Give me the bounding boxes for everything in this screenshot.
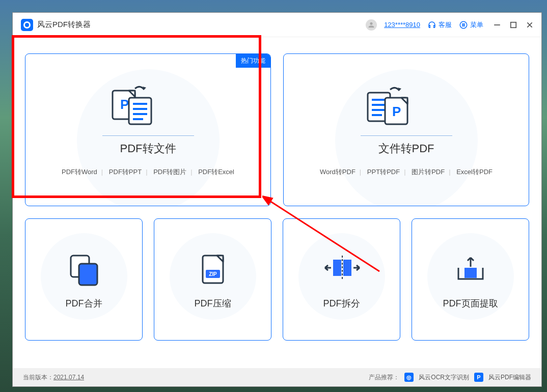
- svg-text:P: P: [120, 97, 129, 112]
- svg-rect-1: [511, 22, 516, 27]
- svg-rect-22: [343, 260, 351, 276]
- ocr-link[interactable]: 风云OCR文字识别: [419, 373, 469, 382]
- version-value[interactable]: 2021.07.14: [53, 374, 84, 381]
- card-title: PDF合并: [66, 297, 102, 310]
- svg-text:P: P: [392, 104, 401, 119]
- card-title: 文件转PDF: [378, 141, 434, 156]
- maximize-button[interactable]: [510, 21, 517, 29]
- card-title: PDF拆分: [323, 297, 360, 310]
- recommend-label: 产品推荐：: [369, 373, 399, 382]
- version-label: 当前版本：: [23, 373, 53, 382]
- compress-icon: ZIP: [193, 249, 233, 290]
- card-title: PDF转文件: [120, 141, 176, 156]
- card-title: PDF页面提取: [443, 297, 498, 310]
- hot-badge: 热门功能: [236, 54, 270, 68]
- app-title: 风云PDF转换器: [37, 20, 91, 30]
- card-file-to-pdf[interactable]: P 文件转PDF Word转PDF| PPT转PDF| 图片转PDF| Exce…: [283, 53, 529, 206]
- split-icon: [319, 249, 365, 290]
- minimize-button[interactable]: [494, 21, 501, 29]
- pdf-to-file-icon: P: [102, 83, 158, 129]
- app-window: 风云PDF转换器 123****8910 客服 菜单: [12, 12, 542, 387]
- menu-icon: [459, 20, 468, 30]
- menu-label: 菜单: [470, 20, 483, 30]
- headset-icon: [427, 20, 436, 30]
- svg-rect-4: [129, 98, 151, 124]
- svg-rect-17: [79, 264, 97, 285]
- content-area: 热门功能 P PDF转文: [13, 37, 541, 368]
- app-logo-icon: [21, 19, 33, 31]
- menu-button[interactable]: 菜单: [459, 20, 483, 30]
- card-title: PDF压缩: [195, 297, 231, 310]
- close-button[interactable]: [526, 21, 533, 29]
- svg-rect-21: [333, 260, 341, 276]
- merge-icon: [64, 249, 104, 290]
- card-pdf-merge[interactable]: PDF合并: [25, 218, 143, 341]
- extract-icon: [450, 249, 491, 290]
- card-subs: Word转PDF| PPT转PDF| 图片转PDF| Excel转PDF: [316, 167, 497, 177]
- card-pdf-to-file[interactable]: 热门功能 P PDF转文: [25, 53, 271, 206]
- card-subs: PDF转Word| PDF转PPT| PDF转图片| PDF转Excel: [58, 167, 238, 177]
- support-button[interactable]: 客服: [427, 20, 452, 30]
- svg-text:ZIP: ZIP: [209, 271, 217, 277]
- card-pdf-extract[interactable]: PDF页面提取: [412, 218, 529, 341]
- editor-icon: P: [474, 373, 483, 382]
- svg-rect-24: [464, 268, 477, 278]
- card-pdf-split[interactable]: PDF拆分: [283, 218, 400, 341]
- support-label: 客服: [439, 20, 452, 30]
- user-id-link[interactable]: 123****8910: [384, 21, 420, 29]
- file-to-pdf-icon: P: [361, 83, 417, 129]
- ocr-icon: ◎: [404, 373, 414, 382]
- editor-link[interactable]: 风云PDF编辑器: [488, 373, 531, 382]
- card-pdf-compress[interactable]: ZIP PDF压缩: [154, 218, 271, 341]
- statusbar: 当前版本： 2021.07.14 产品推荐： ◎ 风云OCR文字识别 P 风云P…: [13, 368, 541, 386]
- titlebar: 风云PDF转换器 123****8910 客服 菜单: [13, 13, 541, 37]
- avatar-icon[interactable]: [366, 19, 377, 31]
